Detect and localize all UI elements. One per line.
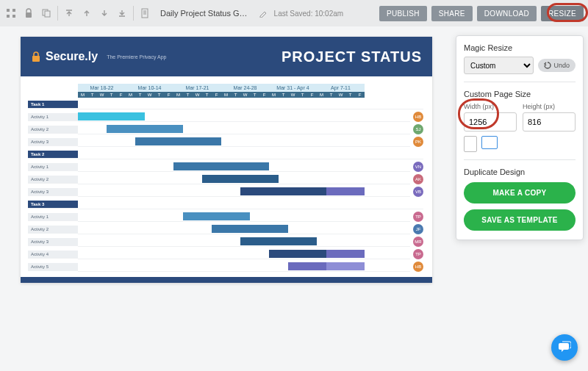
- gantt-track: [78, 199, 423, 209]
- gantt-track: [78, 212, 410, 222]
- brand-name: Secure.ly: [46, 50, 98, 63]
- gantt-track: [78, 149, 423, 159]
- svg-rect-1: [12, 9, 15, 12]
- activity-label: Activity 5: [28, 263, 78, 271]
- owner-badge: SJ: [413, 124, 423, 134]
- last-saved: Last Saved: 10:02am: [274, 10, 344, 18]
- lock-icon[interactable]: [22, 7, 35, 20]
- resize-preset-select[interactable]: Custom: [464, 57, 534, 74]
- owner-badge: VB: [413, 187, 423, 197]
- svg-rect-8: [32, 56, 40, 62]
- activity-label: Activity 2: [28, 226, 78, 234]
- owner-badge: TP: [413, 249, 423, 259]
- gantt-bar[interactable]: [326, 187, 365, 195]
- svg-rect-7: [142, 9, 148, 18]
- move-top-icon[interactable]: [62, 7, 76, 20]
- activity-label: Activity 3: [28, 238, 78, 246]
- gantt-bar[interactable]: [183, 212, 250, 220]
- gantt-track: [78, 99, 423, 109]
- undo-icon: [544, 62, 551, 69]
- move-bottom-icon[interactable]: [115, 7, 129, 20]
- chat-fab[interactable]: [551, 334, 578, 361]
- width-input[interactable]: [464, 112, 517, 132]
- gantt-track: [78, 112, 410, 122]
- height-input[interactable]: [523, 112, 576, 132]
- owner-badge: JF: [413, 224, 423, 234]
- owner-badge: HB: [413, 262, 423, 272]
- gantt-track: [78, 174, 410, 184]
- activity-label: Activity 3: [28, 138, 78, 146]
- resize-panel: Magic Resize Custom Undo Custom Page Siz…: [456, 35, 584, 240]
- make-copy-button[interactable]: MAKE A COPY: [464, 182, 576, 203]
- svg-rect-0: [7, 9, 10, 12]
- gantt-bar[interactable]: [288, 262, 326, 270]
- svg-rect-6: [45, 11, 50, 17]
- gantt-track: [78, 262, 410, 272]
- publish-button[interactable]: PUBLISH: [379, 6, 427, 21]
- gantt-track: [78, 237, 410, 247]
- brand-tagline: The Premiere Privacy App: [107, 54, 166, 60]
- custom-size-label: Custom Page Size: [464, 90, 576, 98]
- gantt-track: [78, 162, 410, 172]
- document-title[interactable]: Daily Project Status G…: [156, 9, 252, 18]
- copy-icon[interactable]: [40, 7, 53, 20]
- gantt-bar[interactable]: [240, 187, 326, 195]
- task-label: Task 2: [28, 151, 78, 159]
- gantt-bar[interactable]: [135, 137, 221, 145]
- height-label: Height (px): [523, 103, 576, 110]
- document-icon: [138, 7, 151, 20]
- gantt-bar[interactable]: [212, 225, 288, 233]
- task-label: Task 3: [28, 201, 78, 209]
- gantt-track: [78, 187, 410, 197]
- doc-title: PROJECT STATUS: [282, 48, 422, 65]
- share-button[interactable]: SHARE: [431, 6, 473, 21]
- gantt-bar[interactable]: [326, 250, 365, 258]
- doc-footer: [21, 277, 432, 283]
- download-button[interactable]: DOWNLOAD: [477, 6, 537, 21]
- gantt-bar[interactable]: [269, 250, 326, 258]
- gantt-track: [78, 224, 410, 234]
- owner-badge: VN: [413, 162, 423, 172]
- move-up-icon[interactable]: [80, 7, 93, 20]
- activity-label: Activity 1: [28, 213, 78, 221]
- magic-resize-label: Magic Resize: [464, 43, 576, 52]
- gantt-track: [78, 137, 410, 147]
- landscape-orientation[interactable]: [481, 136, 498, 149]
- gantt-bar[interactable]: [202, 175, 279, 183]
- document[interactable]: Secure.ly The Premiere Privacy App PROJE…: [21, 37, 432, 283]
- svg-rect-2: [7, 15, 10, 18]
- gantt-track: [78, 249, 410, 259]
- edit-title-icon[interactable]: [257, 7, 270, 20]
- owner-badge: PK: [413, 137, 423, 147]
- activity-label: Activity 1: [28, 163, 78, 171]
- gantt-bar[interactable]: [107, 125, 183, 133]
- portrait-orientation[interactable]: [464, 136, 477, 152]
- width-label: Width (px): [464, 103, 517, 110]
- grid-icon[interactable]: [4, 7, 18, 20]
- owner-badge: AK: [413, 174, 423, 184]
- svg-rect-4: [26, 12, 32, 18]
- chat-icon: [558, 341, 571, 354]
- resize-button[interactable]: RESIZE: [541, 6, 584, 21]
- svg-rect-3: [12, 15, 15, 18]
- gantt-bar[interactable]: [240, 237, 317, 245]
- task-label: Task 1: [28, 101, 78, 109]
- gantt-bar[interactable]: [78, 112, 145, 120]
- activity-label: Activity 2: [28, 126, 78, 134]
- owner-badge: MR: [413, 237, 423, 247]
- duplicate-label: Duplicate Design: [464, 168, 576, 176]
- canvas[interactable]: Secure.ly The Premiere Privacy App PROJE…: [0, 26, 448, 371]
- doc-header: Secure.ly The Premiere Privacy App PROJE…: [21, 37, 432, 76]
- move-down-icon[interactable]: [98, 7, 111, 20]
- activity-label: Activity 2: [28, 176, 78, 184]
- owner-badge: TP: [413, 212, 423, 222]
- activity-label: Activity 4: [28, 251, 78, 259]
- gantt-bar[interactable]: [326, 262, 365, 270]
- gantt-track: [78, 124, 410, 134]
- owner-badge: HB: [413, 112, 423, 122]
- topbar: Daily Project Status G… Last Saved: 10:0…: [0, 0, 588, 26]
- activity-label: Activity 3: [28, 188, 78, 196]
- undo-button[interactable]: Undo: [538, 59, 576, 72]
- gantt-bar[interactable]: [173, 162, 269, 170]
- save-template-button[interactable]: SAVE AS TEMPLATE: [464, 209, 576, 231]
